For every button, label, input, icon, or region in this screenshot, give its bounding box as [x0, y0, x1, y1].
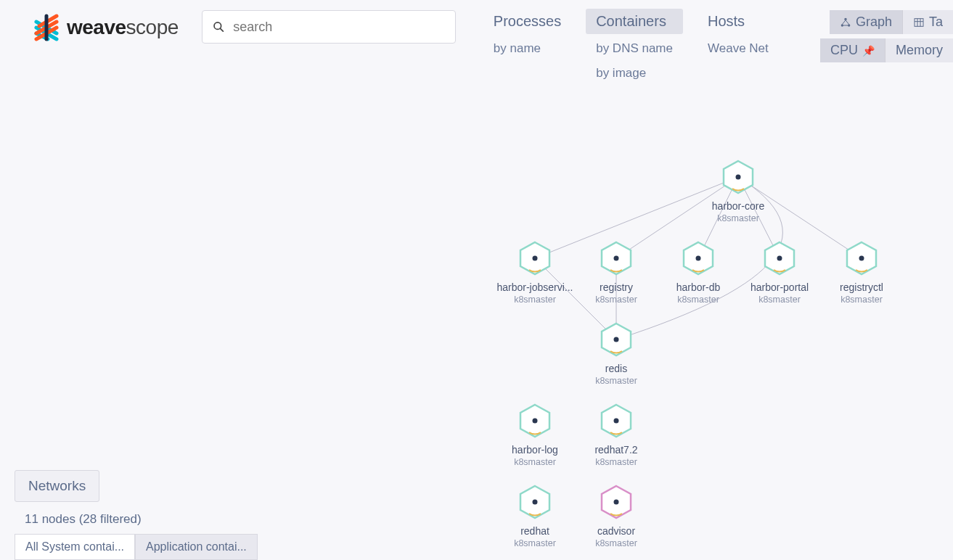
search-input[interactable] [233, 20, 445, 35]
svg-point-17 [614, 256, 619, 261]
nav-hosts[interactable]: Hosts [698, 9, 779, 34]
hexagon-icon [518, 485, 552, 519]
hexagon-icon [762, 241, 797, 276]
svg-point-29 [614, 337, 619, 342]
node-registry[interactable]: registryk8smaster [573, 241, 660, 305]
node-harbor-log[interactable]: harbor-logk8smaster [491, 403, 578, 467]
node-label: registry [573, 281, 660, 293]
view-graph-button[interactable]: Graph [830, 10, 903, 34]
hexagon-icon [681, 241, 716, 276]
metric-memory-button[interactable]: Memory [885, 38, 953, 62]
hexagon-icon [599, 485, 634, 519]
nav-containers-by-dns[interactable]: by DNS name [586, 38, 683, 59]
svg-rect-5 [915, 18, 923, 26]
node-harbor-core[interactable]: harbor-corek8smaster [695, 160, 782, 223]
node-count-label: 11 nodes (28 filtered) [25, 512, 258, 527]
view-table-button[interactable]: Ta [903, 10, 953, 34]
node-host-label: k8smaster [491, 538, 578, 548]
node-host-label: k8smaster [695, 213, 782, 223]
svg-point-38 [533, 500, 538, 505]
svg-point-4 [848, 24, 850, 26]
hexagon-icon [599, 322, 634, 357]
nav-containers[interactable]: Containers [586, 9, 683, 34]
view-table-label: Ta [929, 15, 943, 30]
svg-point-2 [844, 17, 846, 20]
node-host-label: k8smaster [736, 295, 823, 305]
node-host-label: k8smaster [491, 457, 578, 467]
node-redhat[interactable]: redhatk8smaster [491, 485, 578, 548]
node-host-label: k8smaster [818, 295, 905, 305]
metric-cpu-label: CPU [830, 43, 858, 58]
svg-point-14 [533, 256, 538, 261]
svg-point-20 [696, 256, 701, 261]
node-label: redhat7.2 [573, 444, 660, 456]
node-redis[interactable]: redisk8smaster [573, 322, 660, 386]
nav-processes[interactable]: Processes [483, 9, 571, 34]
hexagon-icon [518, 241, 552, 276]
search-box[interactable] [202, 10, 456, 44]
node-registryctl[interactable]: registryctlk8smaster [818, 241, 905, 305]
node-host-label: k8smaster [573, 457, 660, 467]
node-host-label: k8smaster [573, 538, 660, 548]
hexagon-icon [518, 403, 552, 438]
node-host-label: k8smaster [573, 376, 660, 386]
hexagon-icon [721, 160, 756, 194]
svg-point-11 [736, 175, 741, 180]
view-controls: Graph Ta CPU 📌 Memory [820, 10, 953, 62]
node-label: harbor-log [491, 444, 578, 456]
main-nav: Processes by name Containers by DNS name… [483, 9, 779, 83]
node-harbor-jobservi[interactable]: harbor-jobservi...k8smaster [491, 241, 578, 305]
node-label: harbor-portal [736, 281, 823, 293]
svg-point-3 [841, 24, 843, 26]
metric-memory-label: Memory [896, 43, 943, 58]
node-label: harbor-core [695, 200, 782, 212]
hexagon-icon [599, 403, 634, 438]
node-label: redhat [491, 525, 578, 537]
svg-point-32 [533, 419, 538, 424]
search-icon [213, 20, 224, 33]
table-icon [913, 17, 925, 28]
node-label: harbor-db [655, 281, 742, 293]
svg-line-1 [220, 28, 223, 31]
nav-containers-by-image[interactable]: by image [586, 63, 683, 83]
node-harbor-portal[interactable]: harbor-portalk8smaster [736, 241, 823, 305]
hexagon-icon [844, 241, 879, 276]
hexagon-icon [599, 241, 634, 276]
pin-icon: 📌 [862, 45, 875, 57]
metric-cpu-button[interactable]: CPU 📌 [820, 38, 885, 62]
brand-bold: weave [67, 16, 126, 38]
filter-tab-application[interactable]: Application contai... [135, 534, 258, 560]
svg-point-41 [614, 500, 619, 505]
brand-thin: scope [126, 16, 179, 38]
node-host-label: k8smaster [491, 295, 578, 305]
node-host-label: k8smaster [573, 295, 660, 305]
networks-button[interactable]: Networks [15, 470, 99, 502]
node-cadvisor[interactable]: cadvisork8smaster [573, 485, 660, 548]
brand-logo: weavescope [32, 13, 179, 42]
node-host-label: k8smaster [655, 295, 742, 305]
svg-point-26 [859, 256, 864, 261]
svg-point-23 [777, 256, 782, 261]
view-graph-label: Graph [856, 15, 892, 30]
graph-icon [840, 17, 851, 28]
weave-logo-icon [32, 13, 61, 42]
nav-weave-net[interactable]: Weave Net [698, 38, 779, 59]
node-label: harbor-jobservi... [491, 281, 578, 293]
nav-processes-by-name[interactable]: by name [483, 38, 571, 59]
filter-tab-all[interactable]: All System contai... [15, 534, 135, 560]
node-redhat7.2[interactable]: redhat7.2k8smaster [573, 403, 660, 467]
node-label: cadvisor [573, 525, 660, 537]
svg-point-35 [614, 419, 619, 424]
node-label: registryctl [818, 281, 905, 293]
node-label: redis [573, 363, 660, 374]
node-harbor-db[interactable]: harbor-dbk8smaster [655, 241, 742, 305]
